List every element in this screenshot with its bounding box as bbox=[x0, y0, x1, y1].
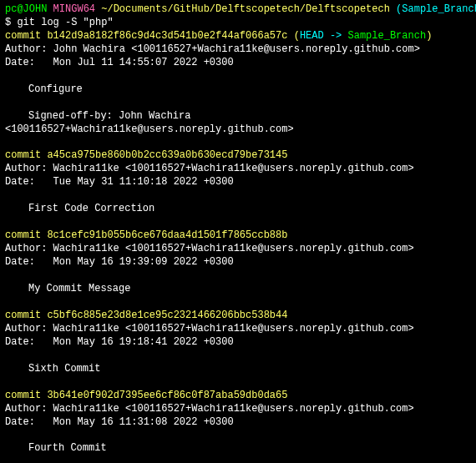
commit-date: Date: Mon Jul 11 14:55:07 2022 +0300 bbox=[5, 57, 234, 68]
commit-label: commit bbox=[5, 310, 47, 321]
commit-signoff: Signed-off-by: John Wachira <100116527+W… bbox=[5, 110, 294, 135]
prompt-mingw: MINGW64 bbox=[47, 3, 95, 15]
terminal-output[interactable]: pc@JOHN MINGW64 ~/Documents/GitHub/Delft… bbox=[5, 3, 471, 463]
commit-line: commit 3b641e0f902d7395ee6cf86c0f87aba59… bbox=[5, 390, 287, 401]
commit-line: commit a45ca975be860b0b2cc639a0b630ecd79… bbox=[5, 149, 287, 161]
commit-author: Author: Wachira11ke <100116527+Wachira11… bbox=[5, 403, 414, 415]
command-text: $ git log -S "php" bbox=[5, 17, 114, 28]
commit-hash: b142d9a8182f86c9d4c3d541b0e2f44af066a57c bbox=[47, 30, 287, 42]
commit-date: Date: Mon May 16 19:39:09 2022 +0300 bbox=[5, 256, 234, 268]
commit-author: Author: Wachira11ke <100116527+Wachira11… bbox=[5, 243, 414, 254]
commit-line: commit 8c1cefc91b055b6ce676daa4d1501f786… bbox=[5, 229, 287, 241]
prompt-line: pc@JOHN MINGW64 ~/Documents/GitHub/Delft… bbox=[5, 3, 476, 15]
commit-date: Date: Mon May 16 19:18:41 2022 +0300 bbox=[5, 336, 234, 348]
head-open: ( bbox=[287, 30, 299, 42]
prompt-userhost: pc@JOHN bbox=[5, 3, 47, 15]
commit-author: Author: John Wachira <100116527+Wachira1… bbox=[5, 43, 420, 55]
commit-message: Fourth Commit bbox=[5, 442, 107, 454]
prompt-branch: (Sample_Branch) bbox=[390, 3, 476, 15]
commit-label: commit bbox=[5, 30, 47, 42]
commit-label: commit bbox=[5, 390, 47, 401]
commit-label: commit bbox=[5, 229, 47, 241]
commit-hash: 8c1cefc91b055b6ce676daa4d1501f7865ccb88b bbox=[47, 229, 287, 241]
commit-label: commit bbox=[5, 149, 47, 161]
commit-message: Sixth Commit bbox=[5, 363, 100, 375]
commit-date: Date: Mon May 16 11:31:08 2022 +0300 bbox=[5, 416, 234, 428]
commit-message: Configure bbox=[5, 83, 83, 95]
commit-line: commit c5bf6c885e23d8e1ce95c2321466206bb… bbox=[5, 310, 287, 321]
head-close: ) bbox=[426, 30, 432, 42]
commit-date: Date: Tue May 31 11:10:18 2022 +0300 bbox=[5, 176, 234, 188]
commit-hash: 3b641e0f902d7395ee6cf86c0f87aba59db0da65 bbox=[47, 390, 287, 401]
commit-author: Author: Wachira11ke <100116527+Wachira11… bbox=[5, 163, 414, 174]
commit-hash: a45ca975be860b0b2cc639a0b630ecd79be73145 bbox=[47, 149, 287, 161]
commit-line: commit b142d9a8182f86c9d4c3d541b0e2f44af… bbox=[5, 30, 432, 42]
commit-message: My Commit Message bbox=[5, 283, 130, 294]
commit-hash: c5bf6c885e23d8e1ce95c2321466206bbc538b44 bbox=[47, 310, 287, 321]
commit-message: First Code Correction bbox=[5, 203, 154, 214]
prompt-path: ~/Documents/GitHub/Delftscopetech/Delfts… bbox=[95, 3, 390, 15]
commit-author: Author: Wachira11ke <100116527+Wachira11… bbox=[5, 323, 414, 335]
head-branch: Sample_Branch bbox=[342, 30, 426, 42]
head-text: HEAD -> bbox=[300, 30, 342, 42]
